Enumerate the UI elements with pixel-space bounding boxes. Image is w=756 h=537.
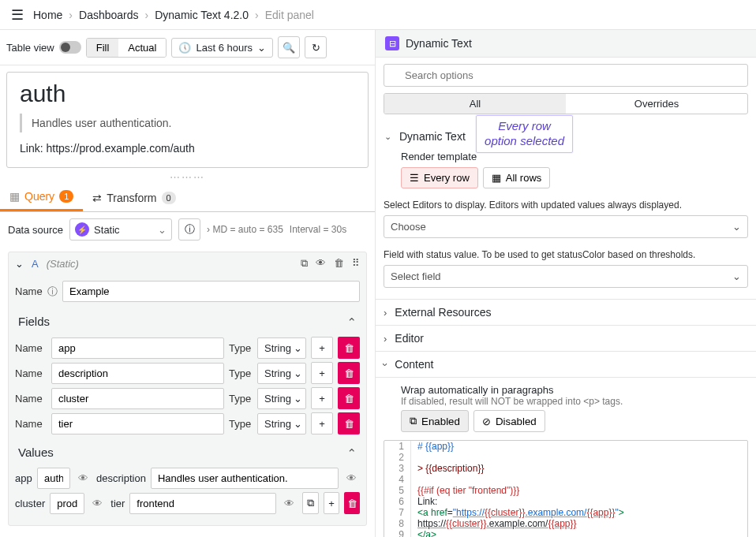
meta-interval: Interval = 30s: [290, 224, 346, 235]
field-name-input[interactable]: [51, 337, 224, 359]
chevron-down-icon: ⌄: [732, 221, 741, 233]
chevron-right-icon[interactable]: ›: [384, 307, 387, 319]
eye-icon[interactable]: 👁: [281, 498, 298, 509]
database-icon: ▦: [9, 190, 20, 203]
render-all-rows-button[interactable]: ▦All rows: [483, 167, 551, 188]
wrap-desc: If disabled, result will NOT be wrapped …: [401, 396, 748, 407]
search-options-input[interactable]: [384, 64, 748, 87]
tab-all[interactable]: All: [384, 94, 566, 114]
delete-values-button[interactable]: 🗑: [344, 492, 360, 514]
content-editor[interactable]: 1# {{app}} 2 3> {{description}} 4 5{{#if…: [384, 440, 748, 537]
refresh-button[interactable]: ↻: [305, 36, 327, 58]
actual-button[interactable]: Actual: [118, 39, 166, 57]
status-field-label: Field with status value. To be used to g…: [384, 249, 748, 260]
chevron-down-icon[interactable]: ›: [380, 363, 391, 366]
info-icon[interactable]: ⓘ: [47, 285, 58, 299]
ds-help-button[interactable]: ⓘ: [178, 218, 200, 241]
breadcrumb-dashboards[interactable]: Dashboards: [79, 9, 139, 21]
fit-segment[interactable]: Fill Actual: [86, 38, 167, 58]
tab-query[interactable]: ▦ Query 1: [0, 184, 83, 211]
delete-field-button[interactable]: 🗑: [338, 412, 360, 434]
chevron-right-icon[interactable]: ›: [384, 333, 387, 345]
section-external-resources[interactable]: External Resources: [395, 306, 491, 319]
fields-heading: Fields: [18, 315, 50, 329]
chevron-down-icon: ⌄: [294, 418, 302, 430]
table-view-toggle[interactable]: [59, 41, 81, 54]
add-field-button[interactable]: +: [311, 387, 333, 409]
add-field-button[interactable]: +: [311, 337, 333, 359]
breadcrumb-home[interactable]: Home: [33, 9, 62, 21]
field-name-input[interactable]: [51, 363, 224, 384]
value-label-cluster: cluster: [15, 498, 45, 509]
eye-icon[interactable]: 👁: [343, 472, 360, 484]
query-name-input[interactable]: [62, 281, 360, 302]
eye-icon[interactable]: 👁: [316, 257, 326, 270]
type-select[interactable]: String⌄: [257, 388, 306, 409]
tab-transform[interactable]: ⇄ Transform 0: [83, 184, 185, 211]
fill-button[interactable]: Fill: [87, 39, 119, 57]
data-source-select[interactable]: ⚡ Static ⌄: [69, 218, 172, 241]
wrap-disabled-button[interactable]: ⊘Disabled: [473, 410, 545, 432]
value-input-tier[interactable]: [129, 493, 276, 514]
delete-field-button[interactable]: 🗑: [338, 387, 360, 409]
delete-field-button[interactable]: 🗑: [338, 362, 360, 384]
preview-quote: Handles user authentication.: [20, 114, 355, 132]
time-picker-label: Last 6 hours: [196, 42, 253, 54]
resize-handle[interactable]: ⋯⋯⋯: [0, 174, 375, 179]
drag-icon[interactable]: ⠿: [352, 257, 360, 270]
values-heading: Values: [18, 446, 54, 460]
render-every-row-button[interactable]: ☰Every row: [401, 167, 478, 188]
query-ds-name: (Static): [47, 258, 79, 270]
type-select[interactable]: String⌄: [257, 363, 306, 384]
value-label-tier: tier: [110, 498, 125, 509]
add-field-button[interactable]: +: [311, 412, 333, 434]
field-name-label: Name: [15, 342, 47, 354]
tab-transform-label: Transform: [107, 192, 156, 204]
field-name-input[interactable]: [51, 388, 224, 409]
chevron-down-icon: ⌄: [257, 42, 266, 54]
chevron-down-icon[interactable]: ⌄: [15, 258, 24, 270]
value-input-description[interactable]: [151, 468, 339, 489]
field-name-input[interactable]: [51, 413, 224, 434]
copy-values-button[interactable]: ⧉: [302, 492, 318, 514]
preview-title: auth: [20, 80, 355, 107]
tab-query-label: Query: [24, 190, 54, 203]
add-values-button[interactable]: +: [324, 492, 339, 514]
status-field-select[interactable]: Select field⌄: [384, 265, 748, 288]
eye-icon[interactable]: 👁: [75, 472, 92, 484]
panel-type-title[interactable]: Dynamic Text: [406, 37, 472, 50]
time-picker[interactable]: 🕔 Last 6 hours ⌄: [171, 38, 273, 58]
menu-icon[interactable]: ☰: [8, 5, 27, 25]
eye-icon[interactable]: 👁: [89, 498, 106, 509]
breadcrumb-edit: Edit panel: [265, 9, 314, 21]
chevron-down-icon: ⌄: [294, 393, 302, 405]
editors-select[interactable]: Choose⌄: [384, 215, 748, 238]
value-input-cluster[interactable]: [50, 493, 84, 514]
copy-icon: ⧉: [410, 415, 417, 427]
add-field-button[interactable]: +: [311, 362, 333, 384]
copy-icon[interactable]: ⧉: [301, 257, 308, 270]
delete-field-button[interactable]: 🗑: [338, 337, 360, 359]
type-select[interactable]: String⌄: [257, 413, 306, 434]
preview-link: Link: https://prod.example.com/auth: [20, 142, 355, 155]
render-template-label: Render template: [401, 151, 748, 162]
tab-overrides[interactable]: Overrides: [566, 94, 747, 114]
value-input-app[interactable]: [37, 468, 70, 489]
chevron-down-icon[interactable]: ⌄: [384, 132, 392, 142]
chevron-up-icon[interactable]: ⌄: [346, 446, 357, 460]
data-source-value: Static: [94, 224, 120, 236]
section-editor[interactable]: Editor: [395, 332, 424, 345]
zoom-out-button[interactable]: 🔍: [278, 36, 300, 58]
type-select[interactable]: String⌄: [257, 337, 306, 359]
chevron-down-icon: ⌄: [294, 342, 302, 354]
wrap-enabled-button[interactable]: ⧉Enabled: [401, 410, 469, 432]
table-icon: ▦: [492, 172, 501, 184]
section-content[interactable]: Content: [395, 358, 433, 371]
query-id[interactable]: A: [32, 258, 39, 270]
field-name-label: Name: [15, 393, 47, 405]
chevron-up-icon[interactable]: ⌄: [346, 315, 357, 329]
value-label-app: app: [15, 472, 32, 484]
trash-icon[interactable]: 🗑: [334, 257, 344, 270]
breadcrumb-panel[interactable]: Dynamic Text 4.2.0: [155, 9, 249, 21]
field-name-label: Name: [15, 367, 47, 379]
